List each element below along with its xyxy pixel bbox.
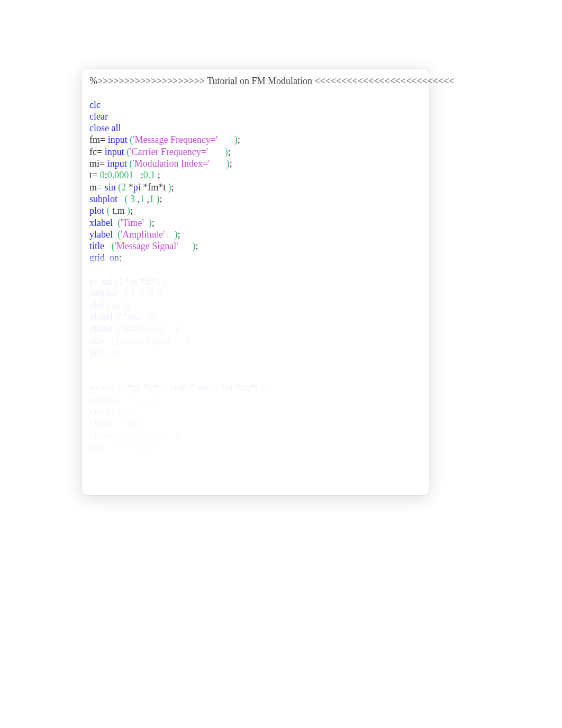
code-token-kw: subplot [89,194,117,204]
code-token-plain: fm= [89,134,108,145]
code-token-kw: close [89,123,109,133]
code-token-plain: *fc*t [138,276,162,287]
code-token-plain: ; [152,312,155,322]
code-token-kw: pi [225,383,233,393]
code-token-num: 2 [213,383,218,393]
code-token-str: 'Modulation Index=' [132,158,210,169]
code-token-plain: ; [228,147,231,157]
code-token-str: 'Carrier Frequency=' [130,147,208,157]
code-token-kw: sin [105,182,116,193]
code-token-plain: ; [160,394,162,405]
code-token-kw: plot [89,300,104,311]
code-token-kw: cos [102,383,115,393]
code-token-kw: ylabel [89,229,113,240]
code-token-plain [144,217,149,228]
code-token-plain [104,335,112,346]
code-token-plain: *fc*t +(mi.* [140,383,197,393]
code-token-plain: * [123,276,130,287]
code-token-kw: title [89,335,104,346]
code-token-plain [210,158,226,169]
code-token-kw: subplot [89,288,117,298]
code-token-kw: clear [89,111,108,122]
code-token-plain [113,323,117,334]
code-token-num: 2 [118,276,123,287]
code-token-kw: on [110,252,119,263]
code-token-num: 3 [149,394,154,405]
code-token-kw: title [89,241,104,251]
code-token-plain [117,394,125,405]
code-token-num: 3 [130,394,135,405]
code-token-num: 0.1 [143,170,156,180]
code-token-num: 2 [149,288,154,298]
code-token-kw: all [111,123,121,133]
code-token-plain [165,229,174,240]
code-token-plain [165,323,174,334]
code-token-kw: xlabel [89,312,113,322]
code-token-plain [113,418,117,429]
code-token-plain: , [135,288,140,298]
code-token-str: 'Time' [121,418,144,429]
code-token-plain: mi= [89,158,107,169]
top-gap [0,0,562,69]
code-token-kw: clc [89,99,101,110]
code-token-kw: xlabel [89,217,113,228]
code-token-kw: sin [197,383,208,393]
code-token-kw: grid [89,252,105,263]
code-token-plain [117,288,125,298]
matlab-code-block: %>>>>>>>>>>>>>>>>>>>> Tutorial on FM Mod… [89,75,422,453]
code-token-num: 0 [100,170,105,180]
code-token-num: 3 [130,194,135,204]
code-token-num: 0.0001 [107,170,134,180]
code-card: %>>>>>>>>>>>>>>>>>>>> Tutorial on FM Mod… [82,69,429,495]
code-token-kw: subplot [89,394,117,405]
code-token-plain: , [144,194,149,204]
code-token-plain [113,229,117,240]
code-token-plain [113,312,117,322]
code-token-str: 'Message Frequency=' [133,134,217,145]
code-token-plain: ; [230,158,232,169]
code-token-kw: pi [130,276,138,287]
code-token-plain: * [218,383,225,393]
code-token-plain [165,430,174,440]
code-token-str: 'Amplitude' [121,430,165,440]
code-token-plain [104,441,112,452]
code-token-plain [208,147,225,157]
code-token-plain: c= [89,276,102,287]
code-token-kw: ylabel [89,430,113,440]
code-token-plain: ; [160,194,162,204]
code-token-kw: plot [89,205,104,216]
code-token-plain: * [125,383,132,393]
code-token-kw: input [105,147,124,157]
code-token-plain: ; [128,406,130,416]
code-token-plain: , [144,288,149,298]
code-token-plain: , [135,194,140,204]
code-token-kw: plot [89,406,104,416]
code-token-plain: ; [171,441,174,452]
code-token-num: 1 [140,288,144,298]
code-token-plain: t,y [110,406,125,416]
code-token-plain: t= [89,170,100,180]
code-token-plain: t,c [110,300,124,311]
code-token-plain [217,134,234,145]
code-token-plain: ; [165,276,168,287]
code-token-plain: ; [160,288,162,298]
code-token-kw: xlabel [89,418,113,429]
code-token-plain [113,217,117,228]
code-token-plain: ; [127,300,130,311]
code-token-plain: ; [189,335,192,346]
code-token-plain: t,m [110,205,128,216]
code-token-plain [113,430,117,440]
code-token-str: 'Time' [121,217,144,228]
code-token-plain: ; [270,383,273,393]
code-token-plain: m= [89,182,105,193]
code-token-str: 'FM Signal' [115,441,159,452]
code-token-kw: title [89,441,104,452]
code-token-plain: ; [195,241,198,251]
code-token-str: 'Time' [121,312,144,322]
code-token-plain [159,441,168,452]
code-token-plain: y= [89,383,102,393]
code-token-kw: ylabel [89,323,113,334]
code-token-plain [105,347,110,358]
code-token-plain [178,241,192,251]
code-token-kw: sin [102,276,113,287]
